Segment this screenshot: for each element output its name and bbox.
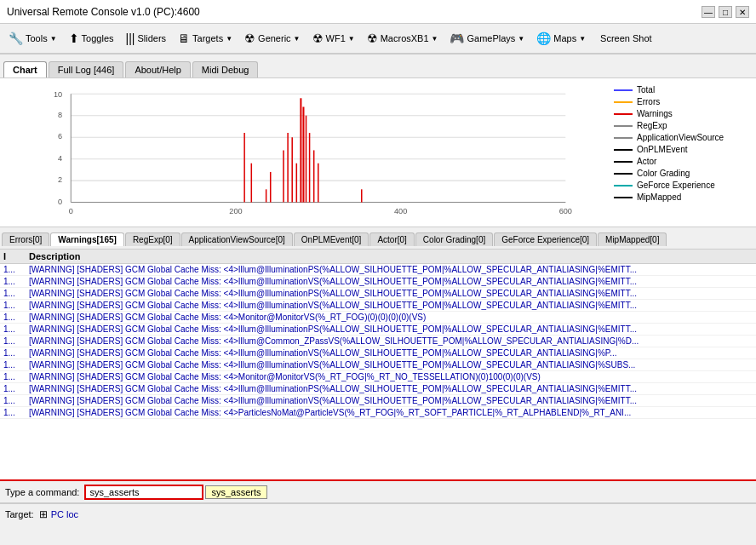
log-row-desc[interactable]: [WARNING] [SHADERS] GCM Global Cache Mis… bbox=[29, 277, 753, 286]
legend-item-color-grading: Color Grading bbox=[614, 169, 749, 178]
target-label: Target: bbox=[5, 509, 34, 519]
maps-icon: 🌐 bbox=[536, 32, 551, 45]
tab-abouthelp[interactable]: About/Help bbox=[125, 61, 190, 77]
close-button[interactable]: ✕ bbox=[736, 6, 749, 18]
log-row-desc[interactable]: [WARNING] [SHADERS] GCM Global Cache Mis… bbox=[29, 313, 753, 322]
screenshot-label: Screen Shot bbox=[600, 33, 652, 43]
log-row-i[interactable]: 1... bbox=[3, 360, 29, 370]
tab-mididebug[interactable]: Midi Debug bbox=[192, 61, 259, 77]
log-row-desc[interactable]: [WARNING] [SHADERS] GCM Global Cache Mis… bbox=[29, 301, 753, 310]
log-row-i[interactable]: 1... bbox=[3, 324, 29, 334]
log-tab-mipmapped[interactable]: MipMapped[0] bbox=[598, 232, 667, 246]
log-row-desc[interactable]: [WARNING] [SHADERS] GCM Global Cache Mis… bbox=[29, 324, 753, 334]
minimize-button[interactable]: — bbox=[702, 6, 715, 18]
log-row[interactable]: 1...[WARNING] [SHADERS] GCM Global Cache… bbox=[0, 264, 756, 276]
svg-text:4: 4 bbox=[58, 154, 62, 163]
command-area: Type a command: sys_asserts bbox=[0, 479, 756, 503]
log-row-desc[interactable]: [WARNING] [SHADERS] GCM Global Cache Mis… bbox=[29, 408, 753, 417]
tab-fulllog[interactable]: Full Log [446] bbox=[49, 61, 124, 77]
log-row-i[interactable]: 1... bbox=[3, 336, 29, 346]
legend-color bbox=[614, 113, 633, 115]
log-row-desc[interactable]: [WARNING] [SHADERS] GCM Global Cache Mis… bbox=[29, 396, 753, 405]
svg-text:6: 6 bbox=[58, 132, 62, 141]
log-row-i[interactable]: 1... bbox=[3, 301, 29, 310]
legend-label: Total bbox=[637, 85, 655, 95]
legend-color bbox=[614, 185, 633, 186]
maximize-button[interactable]: □ bbox=[719, 6, 732, 18]
log-row-desc[interactable]: [WARNING] [SHADERS] GCM Global Cache Mis… bbox=[29, 384, 753, 393]
toolbar-item-macrosxb1[interactable]: ☢MacrosXB1▼ bbox=[362, 29, 444, 48]
log-row[interactable]: 1...[WARNING] [SHADERS] GCM Global Cache… bbox=[0, 359, 756, 371]
svg-text:200: 200 bbox=[229, 207, 242, 215]
log-row-i[interactable]: 1... bbox=[3, 348, 29, 358]
log-row[interactable]: 1...[WARNING] [SHADERS] GCM Global Cache… bbox=[0, 276, 756, 288]
log-tab-actor[interactable]: Actor[0] bbox=[369, 232, 414, 246]
chart-legend: TotalErrorsWarningsRegExpApplicationView… bbox=[607, 78, 756, 227]
log-tab-geforce[interactable]: GeForce Experience[0] bbox=[494, 232, 597, 246]
autocomplete-suggestion[interactable]: sys_asserts bbox=[205, 485, 266, 499]
toolbar-item-sliders[interactable]: |||Sliders bbox=[121, 29, 172, 48]
log-tab-onplmevent[interactable]: OnPLMEvent[0] bbox=[294, 232, 369, 246]
toolbar: 🔧Tools▼⬆Toggles|||Sliders🖥Targets▼☢Gener… bbox=[0, 24, 756, 54]
log-row-i[interactable]: 1... bbox=[3, 384, 29, 393]
log-row-desc[interactable]: [WARNING] [SHADERS] GCM Global Cache Mis… bbox=[29, 348, 753, 358]
legend-item-applicationviewsource: ApplicationViewSource bbox=[614, 133, 749, 142]
svg-text:600: 600 bbox=[559, 207, 572, 215]
tab-chart[interactable]: Chart bbox=[3, 61, 47, 77]
log-row[interactable]: 1...[WARNING] [SHADERS] GCM Global Cache… bbox=[0, 383, 756, 395]
log-row[interactable]: 1...[WARNING] [SHADERS] GCM Global Cache… bbox=[0, 300, 756, 312]
window-title: Universal Remote Console v1.0 (PC):4600 bbox=[7, 6, 200, 18]
target-value: PC loc bbox=[51, 509, 78, 519]
legend-label: MipMapped bbox=[637, 192, 681, 202]
log-row-i[interactable]: 1... bbox=[3, 277, 29, 286]
log-row-i[interactable]: 1... bbox=[3, 408, 29, 417]
log-row-desc[interactable]: [WARNING] [SHADERS] GCM Global Cache Mis… bbox=[29, 289, 753, 298]
sliders-icon: ||| bbox=[126, 32, 135, 45]
log-tab-appviewsource[interactable]: ApplicationViewSource[0] bbox=[181, 232, 293, 246]
log-row[interactable]: 1...[WARNING] [SHADERS] GCM Global Cache… bbox=[0, 324, 756, 336]
log-tab-errors[interactable]: Errors[0] bbox=[2, 232, 49, 246]
log-body[interactable]: 1...[WARNING] [SHADERS] GCM Global Cache… bbox=[0, 264, 756, 479]
gameplays-label: GamePlays bbox=[467, 33, 515, 43]
log-row-i[interactable]: 1... bbox=[3, 396, 29, 405]
tools-label: Tools bbox=[26, 33, 48, 43]
log-header-desc: Description bbox=[29, 251, 753, 261]
toolbar-item-targets[interactable]: 🖥Targets▼ bbox=[173, 29, 238, 48]
tools-icon: 🔧 bbox=[9, 32, 23, 45]
log-row-i[interactable]: 1... bbox=[3, 289, 29, 298]
log-row-i[interactable]: 1... bbox=[3, 265, 29, 274]
log-header: I Description bbox=[0, 250, 756, 264]
log-row-desc[interactable]: [WARNING] [SHADERS] GCM Global Cache Mis… bbox=[29, 372, 753, 382]
toolbar-item-toggles[interactable]: ⬆Toggles bbox=[64, 29, 119, 48]
generic-icon: ☢ bbox=[244, 32, 255, 45]
log-row[interactable]: 1...[WARNING] [SHADERS] GCM Global Cache… bbox=[0, 371, 756, 383]
log-row[interactable]: 1...[WARNING] [SHADERS] GCM Global Cache… bbox=[0, 347, 756, 359]
toolbar-item-gameplays[interactable]: 🎮GamePlays▼ bbox=[444, 29, 530, 48]
legend-label: OnPLMEvent bbox=[637, 145, 687, 154]
log-row[interactable]: 1...[WARNING] [SHADERS] GCM Global Cache… bbox=[0, 395, 756, 407]
log-tab-colorgrading[interactable]: Color Grading[0] bbox=[415, 232, 493, 246]
command-input[interactable] bbox=[84, 485, 203, 500]
toolbar-item-generic[interactable]: ☢Generic▼ bbox=[239, 29, 305, 48]
log-row-i[interactable]: 1... bbox=[3, 372, 29, 382]
log-row-desc[interactable]: [WARNING] [SHADERS] GCM Global Cache Mis… bbox=[29, 265, 753, 274]
log-row[interactable]: 1...[WARNING] [SHADERS] GCM Global Cache… bbox=[0, 336, 756, 347]
toolbar-item-tools[interactable]: 🔧Tools▼ bbox=[3, 29, 62, 48]
log-row[interactable]: 1...[WARNING] [SHADERS] GCM Global Cache… bbox=[0, 312, 756, 324]
log-row-desc[interactable]: [WARNING] [SHADERS] GCM Global Cache Mis… bbox=[29, 360, 753, 370]
log-row-i[interactable]: 1... bbox=[3, 313, 29, 322]
log-row[interactable]: 1...[WARNING] [SHADERS] GCM Global Cache… bbox=[0, 407, 756, 419]
log-tab-regexp[interactable]: RegExp[0] bbox=[125, 232, 180, 246]
toolbar-item-wf1[interactable]: ☢WF1▼ bbox=[307, 29, 360, 48]
legend-label: RegExp bbox=[637, 121, 667, 130]
targets-label: Targets bbox=[192, 33, 223, 43]
legend-item-geforce-experience: GeForce Experience bbox=[614, 181, 749, 190]
log-row-desc[interactable]: [WARNING] [SHADERS] GCM Global Cache Mis… bbox=[29, 336, 753, 346]
svg-text:10: 10 bbox=[54, 90, 62, 99]
log-header-i: I bbox=[3, 251, 29, 261]
log-tab-warnings[interactable]: Warnings[165] bbox=[50, 232, 124, 246]
toolbar-item-maps[interactable]: 🌐Maps▼ bbox=[531, 29, 591, 48]
toolbar-item-screenshot[interactable]: Screen Shot bbox=[593, 31, 657, 46]
macrosxb1-label: MacrosXB1 bbox=[381, 33, 429, 43]
log-row[interactable]: 1...[WARNING] [SHADERS] GCM Global Cache… bbox=[0, 288, 756, 300]
